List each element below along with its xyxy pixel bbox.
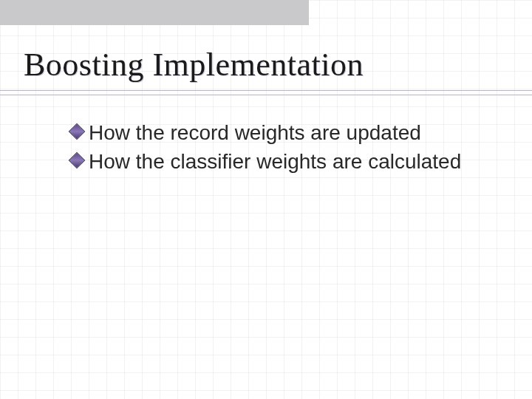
list-item-text: How the record weights are updated bbox=[89, 120, 421, 146]
diamond-bullet-icon bbox=[69, 152, 86, 169]
list-item: How the classifier weights are calculate… bbox=[71, 149, 479, 174]
list-item: How the record weights are updated bbox=[71, 120, 479, 146]
slide-content: Boosting Implementation How the record w… bbox=[0, 0, 532, 399]
diamond-bullet-icon bbox=[69, 123, 86, 140]
slide-title: Boosting Implementation bbox=[24, 46, 364, 83]
bullet-list: How the record weights are updated How t… bbox=[71, 120, 479, 177]
list-item-text: How the classifier weights are calculate… bbox=[89, 149, 461, 174]
title-underline-top bbox=[0, 90, 532, 91]
title-underline-bottom bbox=[0, 95, 532, 95]
